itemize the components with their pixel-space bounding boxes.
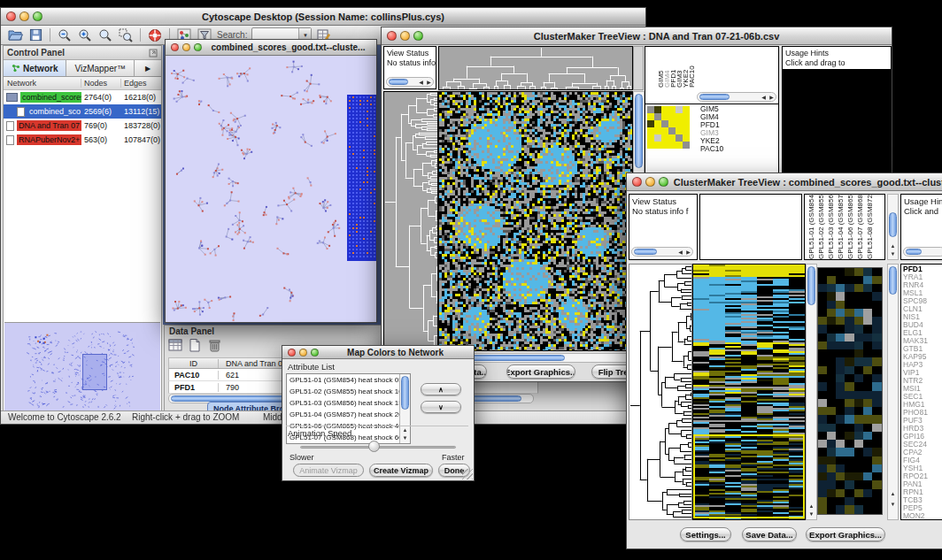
gene-label[interactable]: MON2: [903, 512, 942, 520]
gene-label[interactable]: PEP5: [903, 504, 942, 512]
gene-label[interactable]: SEC24: [903, 441, 942, 449]
mini-column-label[interactable]: GIM4: [664, 49, 670, 88]
mini-column-label[interactable]: PAC10: [689, 49, 695, 88]
view-status-scrollbar[interactable]: ◀ ▶: [631, 247, 693, 257]
scroll-up-icon[interactable]: ▲: [889, 490, 897, 498]
network-window-titlebar[interactable]: combined_scores_good.txt--cluste...: [166, 40, 376, 56]
scrollbar-thumb[interactable]: [906, 249, 922, 255]
export-graphics-button[interactable]: Export Graphics...: [506, 364, 575, 379]
mini-column-label[interactable]: PFD1: [670, 49, 676, 88]
array-column-label[interactable]: GPL51-07 (GSM868): [855, 195, 865, 259]
gene-label[interactable]: NTR2: [903, 377, 942, 385]
zoom-button[interactable]: [194, 43, 202, 51]
gene-label[interactable]: HMG1: [903, 401, 942, 409]
network-list-row[interactable]: DNA and Tran 07769(0)183728(0): [4, 119, 161, 133]
gene-label[interactable]: HAP3: [903, 361, 942, 369]
network-list-row[interactable]: combined_sco2569(6)13112(15): [4, 104, 161, 119]
minimize-button[interactable]: [645, 177, 655, 187]
gene-label[interactable]: CPA2: [903, 449, 942, 456]
gene-label[interactable]: YRA1: [903, 273, 942, 281]
column-dendrogram[interactable]: [438, 46, 633, 90]
treeview1-titlebar[interactable]: ClusterMaker TreeView : DNA and Tran 07-…: [382, 27, 892, 45]
zoom-in-icon[interactable]: [77, 27, 93, 43]
heatmap-canvas[interactable]: [692, 264, 806, 520]
mini-row-label[interactable]: PAC10: [700, 145, 776, 153]
col-header-id[interactable]: ID: [169, 359, 219, 368]
scroll-down-icon[interactable]: ▼: [889, 250, 897, 258]
scrollbar-thumb[interactable]: [635, 94, 643, 168]
close-button[interactable]: [288, 349, 296, 357]
dialog-titlebar[interactable]: Map Colors to Network: [282, 346, 474, 359]
scroll-right-icon[interactable]: ▶: [425, 79, 433, 87]
heatmap-vscrollbar[interactable]: ▲ ▼: [806, 264, 817, 520]
scrollbar-thumb[interactable]: [389, 79, 408, 85]
view-status-scrollbar[interactable]: ◀ ▶: [386, 77, 434, 87]
help-ring-icon[interactable]: [147, 27, 163, 43]
array-column-label[interactable]: GPL51-04 (GSM857): [836, 195, 845, 259]
attribute-list-scrollbar[interactable]: ▲ ▼: [399, 374, 410, 443]
minimize-button[interactable]: [19, 12, 29, 21]
array-column-label[interactable]: GPL51-03 (GSM856): [826, 195, 836, 259]
scroll-up-icon[interactable]: ▲: [807, 502, 815, 510]
zoom-button[interactable]: [659, 177, 668, 187]
array-column-label[interactable]: GPL51-01 (GSM854): [807, 195, 816, 259]
zoom-button[interactable]: [33, 12, 42, 21]
open-file-icon[interactable]: [7, 27, 23, 43]
gene-label[interactable]: GPI16: [903, 433, 942, 441]
gene-label[interactable]: VIP1: [903, 369, 942, 377]
attribute-item[interactable]: GPL51-03 (GSM856) heat shock 15 min: [287, 397, 399, 409]
zoom-button[interactable]: [311, 349, 319, 357]
scroll-down-icon[interactable]: ▼: [807, 510, 815, 518]
array-column-label[interactable]: GPL51-06 (GSM865): [845, 195, 855, 259]
gene-label[interactable]: HRD3: [903, 425, 942, 433]
labels-vscrollbar[interactable]: ▲ ▼: [887, 194, 899, 260]
attribute-item[interactable]: GPL51-02 (GSM855) heat shock 10 min: [287, 386, 399, 397]
gene-label[interactable]: SPC98: [903, 297, 942, 305]
resize-grip[interactable]: [462, 469, 473, 479]
scroll-left-icon[interactable]: ◀: [760, 94, 768, 102]
scrollbar-thumb[interactable]: [889, 212, 897, 237]
scrollbar-thumb[interactable]: [634, 249, 657, 255]
tab-network[interactable]: Network: [4, 60, 66, 76]
tab-vizmapper[interactable]: VizMapper™: [66, 60, 135, 76]
birdseye-view[interactable]: [4, 322, 160, 411]
delete-attribute-icon[interactable]: [207, 338, 222, 357]
array-column-label[interactable]: GPL51-08 (GSM872): [865, 195, 875, 259]
row-dendrogram[interactable]: [383, 91, 438, 351]
close-button[interactable]: [387, 31, 397, 41]
mini-column-label[interactable]: GIM5: [658, 49, 664, 88]
gene-label[interactable]: MSL1: [903, 289, 942, 297]
scroll-right-icon[interactable]: ▶: [684, 249, 692, 257]
gene-label[interactable]: ELG1: [903, 329, 942, 337]
col-header-nodes[interactable]: Nodes: [81, 79, 121, 88]
move-up-button[interactable]: ∧: [421, 383, 461, 395]
col-header-edges[interactable]: Edges: [121, 79, 161, 88]
gene-list[interactable]: PFD1YRA1RNR4MSL1SPC98CLN1NIS1BUD4ELG1MAK…: [901, 265, 942, 520]
table-mode-icon[interactable]: [168, 338, 183, 357]
heatmap-canvas[interactable]: [438, 91, 633, 351]
gene-label[interactable]: RPO21: [903, 472, 942, 480]
gene-list-vscrollbar[interactable]: ▲ ▼: [887, 264, 899, 520]
gene-label[interactable]: TCB3: [903, 496, 942, 504]
zoom-fit-icon[interactable]: [97, 27, 113, 43]
tabs-overflow-button[interactable]: ▶: [135, 60, 161, 76]
close-button[interactable]: [171, 43, 179, 51]
settings-button[interactable]: Settings...: [680, 527, 731, 541]
scrollbar-thumb[interactable]: [401, 376, 409, 410]
col-header-network[interactable]: Network: [4, 79, 81, 88]
scroll-left-icon[interactable]: ◀: [676, 249, 684, 257]
birdseye-viewport-rect[interactable]: [82, 354, 107, 390]
zoom-panel-hscrollbar[interactable]: ◀ ▶: [697, 92, 776, 102]
speed-slider-thumb[interactable]: [368, 441, 380, 452]
save-session-icon[interactable]: [27, 27, 43, 43]
attribute-item[interactable]: GPL51-04 (GSM857) heat shock 20 min: [287, 409, 399, 420]
close-button[interactable]: [632, 177, 642, 187]
gene-label[interactable]: GTB1: [903, 345, 942, 353]
gene-label[interactable]: CLN1: [903, 305, 942, 313]
mini-column-label[interactable]: YKE2: [683, 49, 689, 88]
scroll-down-icon[interactable]: ▼: [401, 434, 409, 442]
gene-label[interactable]: BUD4: [903, 321, 942, 329]
create-vizmap-button[interactable]: Create Vizmap: [369, 464, 433, 477]
scroll-left-icon[interactable]: ◀: [417, 79, 425, 87]
scroll-right-icon[interactable]: ▶: [768, 94, 776, 102]
